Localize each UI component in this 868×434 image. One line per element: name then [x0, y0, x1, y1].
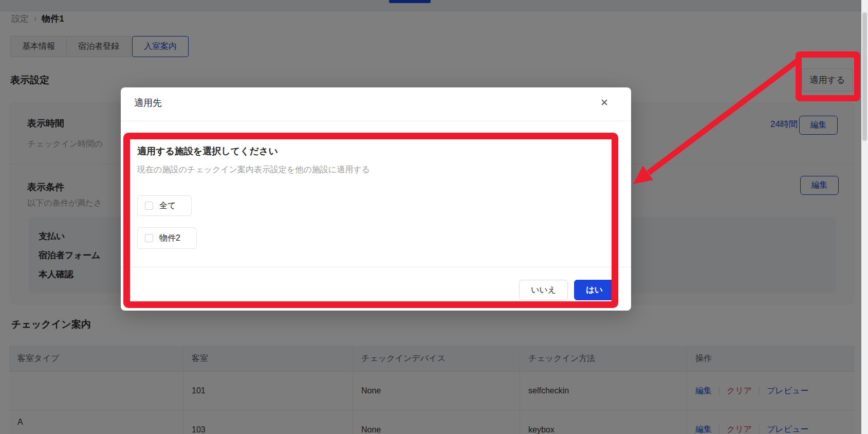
screen: 設定 › 物件1 基本情報 宿泊者登録 入室案内 表示設定 適用する 表示時間 … [0, 0, 868, 434]
checkbox-icon[interactable] [145, 202, 153, 210]
modal-description: 現在の施設のチェックイン案内表示設定を他の施設に適用する [137, 165, 370, 175]
modal-heading: 適用する施設を選択してください [137, 145, 278, 157]
facility-option-label: 物件2 [159, 233, 180, 244]
modal-header-divider [121, 121, 631, 121]
scrollbar-thumb[interactable] [862, 12, 867, 141]
modal-footer-divider [121, 267, 631, 267]
confirm-button[interactable]: はい [574, 280, 615, 300]
facility-option-all[interactable]: 全て [137, 195, 192, 216]
close-icon[interactable]: ✕ [597, 95, 612, 110]
modal-title: 適用先 [134, 97, 162, 109]
facility-option-label: 全て [159, 201, 176, 211]
apply-target-modal: 適用先 ✕ 適用する施設を選択してください 現在の施設のチェックイン案内表示設定… [121, 87, 631, 311]
checkbox-icon[interactable] [145, 234, 153, 242]
page-scrollbar[interactable] [861, 0, 868, 434]
cancel-button[interactable]: いいえ [519, 280, 568, 300]
facility-option-property2[interactable]: 物件2 [137, 227, 197, 249]
